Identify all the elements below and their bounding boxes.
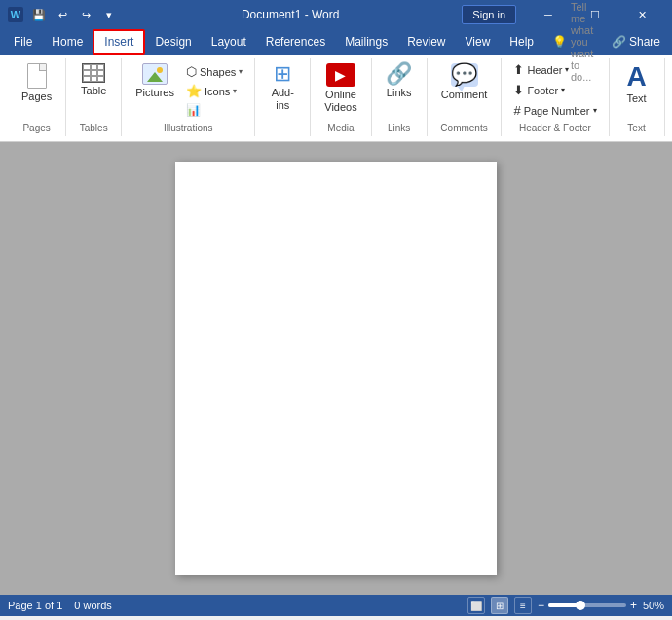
status-bar-left: Page 1 of 1 0 words (8, 600, 112, 611)
ribbon-group-media: ▶ OnlineVideos Media (311, 58, 371, 136)
media-group-label: Media (318, 121, 362, 136)
table-button[interactable]: Table (74, 60, 113, 100)
ribbon: Pages Pages Table Tab (0, 55, 672, 142)
customize-quick-access-button[interactable]: ▾ (99, 5, 119, 24)
comment-button[interactable]: 💬 Comment (435, 60, 494, 104)
addins-icon: ⊞ (274, 63, 291, 85)
header-icon: ⬆ (513, 62, 524, 77)
menu-view[interactable]: View (456, 29, 501, 55)
pages-group-content: Pages (16, 60, 57, 121)
icons-button[interactable]: ⭐ Icons ▾ (182, 82, 246, 100)
tables-group-label: Tables (74, 121, 113, 136)
icons-label: Icons (205, 86, 230, 97)
pages-group-label: Pages (16, 121, 57, 136)
text-group-content: A Text (617, 60, 656, 121)
menu-home[interactable]: Home (42, 29, 93, 55)
text-icon: A (626, 63, 646, 91)
zoom-track[interactable] (548, 603, 626, 607)
hf-group-content: ⬆ Header ▾ ⬇ Footer ▾ # Page Number ▾ (509, 60, 600, 121)
addins-button[interactable]: ⊞ Add-ins (263, 60, 302, 115)
page-number-button[interactable]: # Page Number ▾ (509, 101, 600, 120)
hf-col: ⬆ Header ▾ ⬇ Footer ▾ # Page Number ▾ (509, 60, 600, 120)
page-info: Page 1 of 1 (8, 600, 62, 611)
illustrations-group-label: Illustrations (130, 121, 246, 136)
links-label: Links (387, 87, 412, 99)
document-title: Document1 - Word (119, 8, 462, 21)
quick-access-toolbar: 💾 ↩ ↪ ▾ (29, 5, 119, 24)
minimize-button[interactable]: ─ (526, 0, 571, 29)
status-bar: Page 1 of 1 0 words ⬜ ⊞ ≡ − + 50% (0, 595, 672, 616)
menu-layout[interactable]: Layout (202, 29, 256, 55)
tables-group-content: Table (74, 60, 113, 121)
zoom-thumb[interactable] (576, 601, 585, 610)
header-button[interactable]: ⬆ Header ▾ (509, 60, 600, 79)
footer-label: Footer (527, 85, 558, 96)
save-button[interactable]: 💾 (29, 5, 49, 24)
menu-mailings[interactable]: Mailings (335, 29, 397, 55)
ribbon-group-tables: Table Tables (66, 58, 122, 136)
ribbon-groups: Pages Pages Table Tab (8, 58, 664, 136)
redo-button[interactable]: ↪ (76, 5, 95, 24)
zoom-slider[interactable]: − + (538, 599, 637, 612)
share-icon: 🔗 (612, 35, 626, 49)
links-button[interactable]: 🔗 Links (380, 60, 419, 102)
status-bar-right: ⬜ ⊞ ≡ − + 50% (467, 597, 664, 614)
ribbon-group-illustrations: Pictures ⬡ Shapes ▾ ⭐ Icons ▾ 📊 (122, 58, 255, 136)
web-layout-view-button[interactable]: ⊞ (491, 597, 508, 614)
ribbon-group-links: 🔗 Links Links (372, 58, 428, 136)
addins-group-label (263, 131, 302, 136)
zoom-in-button[interactable]: + (630, 599, 637, 612)
text-label: Text (626, 92, 646, 105)
menu-bar: File Home Insert Design Layout Reference… (0, 29, 672, 55)
zoom-level: 50% (643, 600, 664, 611)
pictures-label: Pictures (135, 87, 174, 99)
pages-button[interactable]: Pages (16, 60, 57, 106)
pictures-button[interactable]: Pictures (130, 60, 180, 102)
tell-me-field[interactable]: 💡 Tell me what you want to do... (543, 29, 604, 55)
chart-icon: 📊 (186, 103, 201, 117)
ribbon-group-comments: 💬 Comment Comments (428, 58, 503, 136)
pages-label: Pages (21, 91, 52, 103)
footer-dropdown-icon: ▾ (561, 86, 565, 94)
document-page[interactable] (175, 162, 497, 575)
shapes-dropdown-icon: ▾ (239, 67, 243, 76)
addins-label: Add-ins (272, 87, 294, 112)
chart-button[interactable]: 📊 (182, 101, 246, 119)
shapes-button[interactable]: ⬡ Shapes ▾ (182, 62, 246, 81)
window-controls: Sign in ─ ☐ ✕ (462, 0, 664, 29)
word-count: 0 words (74, 600, 112, 611)
text-button[interactable]: A Text (617, 60, 656, 108)
share-button[interactable]: 🔗 Share (604, 29, 668, 55)
close-button[interactable]: ✕ (619, 0, 664, 29)
menu-references[interactable]: References (256, 29, 335, 55)
undo-button[interactable]: ↩ (53, 5, 72, 24)
comment-icon: 💬 (451, 63, 478, 87)
menu-help[interactable]: Help (500, 29, 543, 55)
menu-review[interactable]: Review (397, 29, 455, 55)
footer-icon: ⬇ (513, 83, 524, 97)
header-label: Header (527, 64, 562, 76)
online-videos-button[interactable]: ▶ OnlineVideos (318, 60, 362, 117)
shapes-label: Shapes (200, 66, 236, 78)
sign-in-button[interactable]: Sign in (462, 5, 516, 24)
zoom-out-button[interactable]: − (538, 599, 544, 612)
icons-icon: ⭐ (186, 84, 202, 98)
icons-dropdown-icon: ▾ (233, 87, 237, 95)
footer-button[interactable]: ⬇ Footer ▾ (509, 81, 600, 99)
online-videos-icon: ▶ (326, 63, 355, 87)
illustrations-group-content: Pictures ⬡ Shapes ▾ ⭐ Icons ▾ 📊 (130, 60, 246, 121)
menu-design[interactable]: Design (145, 29, 201, 55)
menu-insert[interactable]: Insert (93, 29, 145, 55)
read-mode-view-button[interactable]: ≡ (514, 597, 532, 614)
word-icon: W (8, 7, 23, 22)
title-bar-left: W 💾 ↩ ↪ ▾ (8, 5, 119, 24)
comments-group-content: 💬 Comment (435, 60, 494, 121)
comment-label: Comment (441, 89, 488, 101)
ribbon-group-addins: ⊞ Add-ins (255, 58, 311, 136)
lightbulb-icon: 💡 (552, 35, 567, 49)
menu-file[interactable]: File (4, 29, 42, 55)
shapes-icon: ⬡ (186, 64, 197, 79)
print-layout-view-button[interactable]: ⬜ (467, 597, 485, 614)
links-group-content: 🔗 Links (380, 60, 419, 121)
page-number-label: Page Number (524, 105, 590, 117)
